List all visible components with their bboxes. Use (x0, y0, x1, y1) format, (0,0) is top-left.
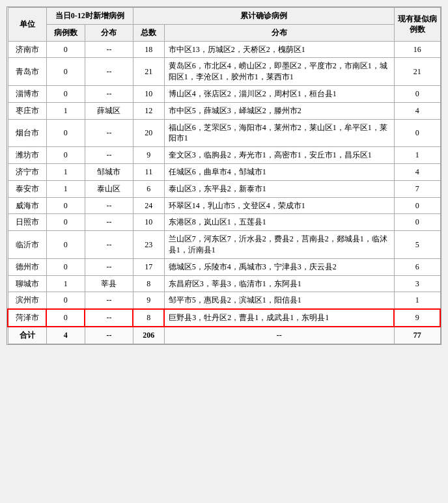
cell-suspect: 3 (394, 275, 440, 292)
table-row: 烟台市0--20福山区6，芝罘区5，海阳市4，莱州市2，莱山区1，牟平区1，莱阳… (8, 119, 440, 147)
col-dist-header: 分布 (85, 24, 133, 41)
cell-unit: 泰安市 (8, 180, 46, 197)
cell-cumul-dist: 市中区5，薛城区3，峄城区2，滕州市2 (164, 102, 394, 119)
table-body: 济南市0--18市中区13，历城区2，天桥区2，槐荫区116青岛市0--21黄岛… (8, 41, 440, 344)
cell-suspect: 5 (394, 231, 440, 259)
cell-dist: 泰山区 (85, 180, 133, 197)
cell-unit: 济南市 (8, 41, 46, 58)
cell-cumul-dist: 博山区4，张店区2，淄川区2，周村区1，桓台县1 (164, 85, 394, 102)
cell-total: 12 (133, 102, 164, 119)
table-row: 泰安市1泰山区6泰山区3，东平县2，新泰市17 (8, 180, 440, 197)
cell-dist: 莘县 (85, 275, 133, 292)
cell-total: 17 (133, 258, 164, 275)
cell-cumul-dist: 兰山区7，河东区7，沂水县2，费县2，莒南县2，郯城县1，临沭县1，沂南县1 (164, 231, 394, 259)
cell-dist: -- (85, 292, 133, 309)
cell-unit: 日照市 (8, 214, 46, 231)
cell-dist: -- (85, 309, 133, 327)
daily-group-header: 当日0-12时新增病例 (46, 8, 133, 25)
cell-total: 9 (133, 292, 164, 309)
cell-total-dist: -- (85, 327, 133, 344)
cell-total: 10 (133, 214, 164, 231)
cell-unit: 菏泽市 (8, 309, 46, 327)
cell-cases: 0 (46, 309, 85, 327)
cell-cumul-dist: 东昌府区3，莘县3，临清市1，东阿县1 (164, 275, 394, 292)
cell-total: 24 (133, 197, 164, 214)
cell-cases: 0 (46, 41, 85, 58)
header-row-2: 病例数 分布 总数 分布 (8, 24, 440, 41)
table-row: 济南市0--18市中区13，历城区2，天桥区2，槐荫区116 (8, 41, 440, 58)
cell-suspect: 0 (394, 197, 440, 214)
cell-unit: 烟台市 (8, 119, 46, 147)
table-row: 青岛市0--21黄岛区6，市北区4，崂山区2，即墨区2，平度市2，市南区1，城阳… (8, 58, 440, 86)
cell-unit: 潍坊市 (8, 147, 46, 164)
cell-total: 8 (133, 275, 164, 292)
cell-suspect: 0 (394, 214, 440, 231)
cell-cumul-dist: 巨野县3，牡丹区2，曹县1，成武县1，东明县1 (164, 309, 394, 327)
cell-dist: -- (85, 197, 133, 214)
table-row: 日照市0--10东港区8，岚山区1，五莲县10 (8, 214, 440, 231)
col-suspect-header: 现有疑似病例数 (394, 8, 440, 42)
cell-dist: -- (85, 258, 133, 275)
cell-suspect: 9 (394, 309, 440, 327)
cell-dist: 薛城区 (85, 102, 133, 119)
cell-suspect: 6 (394, 258, 440, 275)
cell-unit: 威海市 (8, 197, 46, 214)
cell-suspect: 4 (394, 102, 440, 119)
cell-cases: 1 (46, 180, 85, 197)
cell-suspect: 4 (394, 163, 440, 180)
cell-dist: -- (85, 214, 133, 231)
col-cumul-dist-header: 分布 (164, 24, 394, 41)
table-row: 德州市0--17德城区5，乐陵市4，禹城市3，宁津县3，庆云县26 (8, 258, 440, 275)
cell-dist: -- (85, 58, 133, 86)
cell-cases: 0 (46, 197, 85, 214)
table-row: 潍坊市0--9奎文区3，临朐县2，寿光市1，高密市1，安丘市1，昌乐区11 (8, 147, 440, 164)
cell-total: 10 (133, 85, 164, 102)
cell-total: 20 (133, 119, 164, 147)
col-total-header: 总数 (133, 24, 164, 41)
header-row-1: 单位 当日0-12时新增病例 累计确诊病例 现有疑似病例数 (8, 8, 440, 25)
cell-suspect: 0 (394, 85, 440, 102)
cell-total: 23 (133, 231, 164, 259)
cell-unit: 聊城市 (8, 275, 46, 292)
cell-dist: -- (85, 119, 133, 147)
cell-unit: 青岛市 (8, 58, 46, 86)
cell-dist: -- (85, 147, 133, 164)
cell-cases: 0 (46, 231, 85, 259)
cell-suspect: 16 (394, 41, 440, 58)
cell-cumul-dist: 泰山区3，东平县2，新泰市1 (164, 180, 394, 197)
table-row: 聊城市1莘县8东昌府区3，莘县3，临清市1，东阿县13 (8, 275, 440, 292)
cell-unit: 济宁市 (8, 163, 46, 180)
cell-cases: 0 (46, 119, 85, 147)
cell-dist: -- (85, 41, 133, 58)
table-row: 威海市0--24环翠区14，乳山市5，文登区4，荣成市10 (8, 197, 440, 214)
main-container: 单位 当日0-12时新增病例 累计确诊病例 现有疑似病例数 病例数 分布 总数 … (7, 7, 441, 345)
col-unit-header: 单位 (8, 8, 46, 42)
total-row: 合计4--206--77 (8, 327, 440, 344)
cell-cumul-dist: 德城区5，乐陵市4，禹城市3，宁津县3，庆云县2 (164, 258, 394, 275)
cell-total-suspect: 77 (394, 327, 440, 344)
cell-dist: 邹城市 (85, 163, 133, 180)
cell-cases: 0 (46, 214, 85, 231)
cell-cumul-dist: 福山区6，芝罘区5，海阳市4，莱州市2，莱山区1，牟平区1，莱阳市1 (164, 119, 394, 147)
cell-cases: 0 (46, 58, 85, 86)
cell-suspect: 0 (394, 119, 440, 147)
cell-total-total: 206 (133, 327, 164, 344)
cell-dist: -- (85, 231, 133, 259)
cell-cumul-dist: 邹平市5，惠民县2，滨城区1，阳信县1 (164, 292, 394, 309)
cell-suspect: 1 (394, 147, 440, 164)
cell-total-cumul-dist: -- (164, 327, 394, 344)
cell-cases: 1 (46, 163, 85, 180)
table-row: 滨州市0--9邹平市5，惠民县2，滨城区1，阳信县11 (8, 292, 440, 309)
cell-cumul-dist: 东港区8，岚山区1，五莲县1 (164, 214, 394, 231)
data-table: 单位 当日0-12时新增病例 累计确诊病例 现有疑似病例数 病例数 分布 总数 … (7, 7, 441, 344)
cell-dist: -- (85, 85, 133, 102)
cell-cases: 0 (46, 85, 85, 102)
cell-cumul-dist: 奎文区3，临朐县2，寿光市1，高密市1，安丘市1，昌乐区1 (164, 147, 394, 164)
cell-suspect: 7 (394, 180, 440, 197)
cell-unit: 临沂市 (8, 231, 46, 259)
col-cases-header: 病例数 (46, 24, 85, 41)
cell-unit: 枣庄市 (8, 102, 46, 119)
cell-cases: 1 (46, 275, 85, 292)
cumulative-group-header: 累计确诊病例 (133, 8, 394, 25)
cell-cases: 0 (46, 292, 85, 309)
